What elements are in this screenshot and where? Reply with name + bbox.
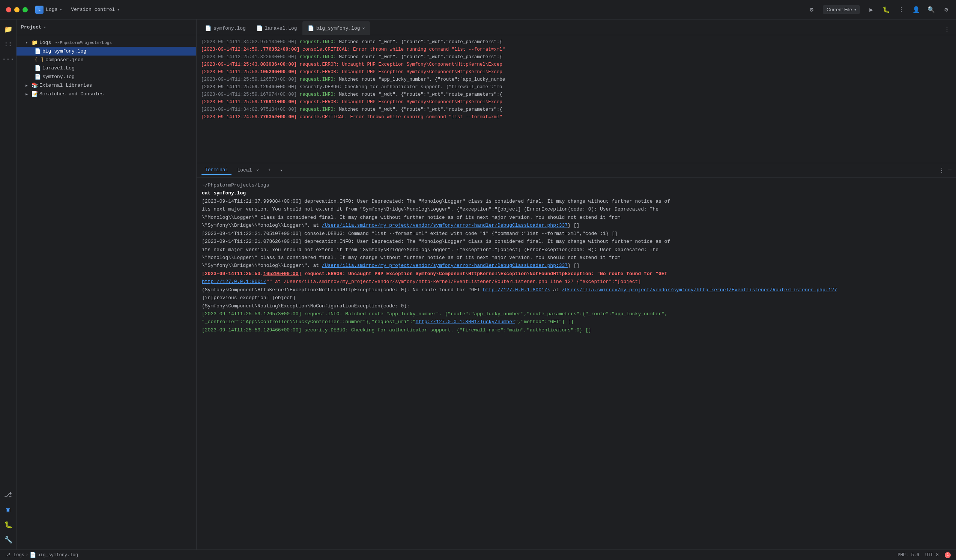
tree-item-big-symfony-log[interactable]: 📄 big_symfony.log (17, 47, 196, 55)
tree-item-composer-json[interactable]: { } composer.json (17, 55, 196, 64)
debug-icon[interactable]: 🐛 (882, 6, 890, 14)
window-controls (6, 7, 28, 13)
terminal-line: cat symfony.log (202, 189, 951, 197)
log-line: [2023-09-14T11:34:02.975134+00:00] reque… (201, 106, 951, 113)
terminal-link[interactable]: /Users/ilia.smirnov/my_project/vendor/sy… (322, 263, 568, 268)
file-name: composer.json (46, 57, 83, 63)
terminal-tab-label: Terminal (205, 167, 228, 173)
tab-label: laravel.Log (265, 25, 297, 31)
scratch-arrow: ▶ (25, 92, 30, 96)
notification-badge[interactable]: 1 (945, 552, 951, 558)
log-file-icon: 📄 (35, 65, 41, 71)
version-control-nav[interactable]: Version control ▾ (71, 7, 120, 13)
terminal-line: )\n[previous exception] [object] (202, 294, 951, 302)
local-tab-close[interactable]: ✕ (256, 168, 259, 173)
encoding: UTF-8 (925, 552, 939, 558)
tree-root-folder[interactable]: ▾ 📁 Logs ~/PhpstormProjects/Logs (17, 38, 196, 47)
terminal-line: http://127.0.0.1:8001/"" at /Users/ilia.… (202, 278, 951, 286)
app-menu-chevron: ▾ (60, 8, 62, 12)
terminal-minimize[interactable]: — (948, 167, 951, 174)
terminal-line: (Symfony\Component\HttpKernel\Exception\… (202, 286, 951, 294)
search-icon[interactable]: 🔍 (928, 6, 935, 14)
content-area: 📄 symfony.log 📄 laravel.Log 📄 big_symfon… (197, 19, 956, 549)
local-tab[interactable]: Local ✕ (233, 166, 262, 175)
terminal-line: [2023-09-14T11:25:59.126573+00:00] reque… (202, 310, 951, 318)
php-version: PHP: 5.6 (898, 552, 919, 558)
tabs-overflow-button[interactable]: ⋮ (941, 24, 953, 35)
log-content[interactable]: [2023-09-14T11:34:02.975134+00:00] reque… (197, 35, 956, 163)
json-file-icon: { } (35, 57, 44, 63)
file-name: symfony.log (42, 74, 75, 80)
terminal-icon[interactable]: ▣ (2, 503, 15, 516)
log-line: [2023-09-14T12:24:59.776352+00:00] conso… (201, 113, 951, 121)
status-breadcrumb: Logs › 📄 big_symfony.log (14, 552, 78, 558)
terminal-line: \"Symfony\\Bridge\\Monolog\\Logger\". at… (202, 222, 951, 229)
run-config-icon[interactable]: ⚙ (808, 6, 815, 14)
current-file-label: Current File (827, 7, 852, 13)
tree-item-symfony-log[interactable]: 📄 symfony.log (17, 72, 196, 81)
terminal-output: \"Monolog\\Logger\" class is considered … (202, 215, 621, 220)
app-title[interactable]: L Logs ▾ (35, 6, 62, 14)
status-right: PHP: 5.6 UTF-8 1 (898, 552, 951, 558)
git-icon[interactable]: ⎇ (2, 488, 15, 502)
main-layout: 📁 :: ··· ⎇ ▣ 🐛 🔧 Project ▾ ▾ 📁 Logs ~/Ph… (0, 19, 956, 549)
terminal-file-link[interactable]: /Users/ilia.smirnov/my_project/vendor/sy… (562, 287, 837, 293)
project-tree: ▾ 📁 Logs ~/PhpstormProjects/Logs 📄 big_s… (17, 35, 196, 549)
terminal-lucky-link[interactable]: http://127.0.0.1:8001/lucky/number (416, 319, 515, 325)
terminal-line: "_controller":"App\\Controller\\LuckyCon… (202, 318, 951, 326)
settings-icon[interactable]: ⚙ (942, 6, 950, 14)
terminal-output: (Symfony\Component\Routing\Exception\NoC… (202, 303, 410, 309)
bottom-panel: Terminal Local ✕ + ▾ ⋮ — ~/Phpstorm (197, 163, 956, 335)
terminal-route-link[interactable]: http://127.0.0.1:8001/\ (483, 287, 550, 293)
maximize-button[interactable] (22, 7, 28, 13)
tab-symfony-log[interactable]: 📄 symfony.log (200, 21, 251, 35)
folder-icon[interactable]: 📁 (2, 22, 15, 36)
tree-item-scratches[interactable]: ▶ 📝 Scratches and Consoles (17, 90, 196, 98)
add-terminal-btn[interactable]: + (264, 166, 275, 175)
project-header: Project ▾ (17, 19, 196, 35)
tab-label: symfony.log (214, 25, 246, 31)
terminal-line: \"Monolog\\Logger\" class is considered … (202, 254, 951, 262)
close-button[interactable] (6, 7, 11, 13)
terminal-tab[interactable]: Terminal (201, 165, 232, 175)
more-tools-icon[interactable]: ··· (2, 52, 15, 66)
folder-name: Scratches and Consoles (39, 91, 104, 97)
terminal-error-timestamp: 105296+00:00] (263, 271, 301, 277)
terminal-line: (Symfony\Component\Routing\Exception\NoC… (202, 302, 951, 310)
terminal-output: [2023-09-14T11:22:21.705107+00:00] conso… (202, 231, 618, 236)
terminal-output: } [] (568, 263, 579, 268)
current-file-button[interactable]: Current File ▾ (823, 5, 860, 14)
profile-icon[interactable]: 👤 (912, 6, 920, 14)
tree-item-laravel-log[interactable]: 📄 laravel.Log (17, 64, 196, 72)
terminal-content[interactable]: ~/PhpstormProjects/Logs cat symfony.log … (197, 178, 956, 335)
tab-label: big_symfony.log (316, 25, 360, 31)
bottom-tabs: Terminal Local ✕ + ▾ ⋮ — (197, 163, 956, 178)
terminal-info-output: [2023-09-14T11:25:59.???+00:00] request.… (202, 335, 667, 335)
tree-item-external-libraries[interactable]: ▶ 📚 External Libraries (17, 81, 196, 90)
structure-icon[interactable]: :: (2, 38, 15, 51)
toolbar-controls: ⚙ Current File ▾ ▶ 🐛 ⋮ 👤 🔍 ⚙ (808, 5, 950, 14)
minimize-button[interactable] (14, 7, 19, 13)
tab-laravel-log[interactable]: 📄 laravel.Log (251, 21, 302, 35)
terminal-line: [2023-09-14T11:25:59.???+00:00] request.… (202, 334, 951, 335)
run-button[interactable]: ▶ (868, 6, 875, 14)
terminal-options[interactable]: ▾ (276, 166, 287, 175)
tab-close-button[interactable]: ✕ (362, 26, 365, 31)
terminal-output: its next major version. You should not e… (202, 247, 659, 253)
status-left: ⎇ Logs › 📄 big_symfony.log (5, 552, 78, 558)
sidebar-icons: 📁 :: ··· ⎇ ▣ 🐛 🔧 (0, 19, 17, 549)
tabs-bar: 📄 symfony.log 📄 laravel.Log 📄 big_symfon… (197, 19, 956, 35)
terminal-link[interactable]: /Users/ilia.smirnov/my_project/vendor/sy… (322, 223, 568, 228)
tab-big-symfony-log[interactable]: 📄 big_symfony.log ✕ (302, 21, 370, 35)
log-line: [2023-09-14T12:24:59..776352+00:00] cons… (201, 46, 951, 53)
plugins-icon[interactable]: 🔧 (2, 533, 15, 546)
terminal-output: its next major version. You should not e… (202, 206, 659, 212)
tab-icon: 📄 (256, 25, 263, 31)
terminal-more-options[interactable]: ⋮ (939, 167, 945, 174)
log-line: [2023-09-14T11:25:59.167974+00:00] reque… (201, 91, 951, 98)
terminal-url-link[interactable]: http://127.0.0.1:8001/ (202, 279, 266, 285)
more-options-icon[interactable]: ⋮ (898, 6, 905, 14)
terminal-line: ~/PhpstormProjects/Logs (202, 181, 951, 189)
terminal-output: (Symfony\Component\HttpKernel\Exception\… (202, 287, 483, 293)
debug-panel-icon[interactable]: 🐛 (2, 518, 15, 532)
